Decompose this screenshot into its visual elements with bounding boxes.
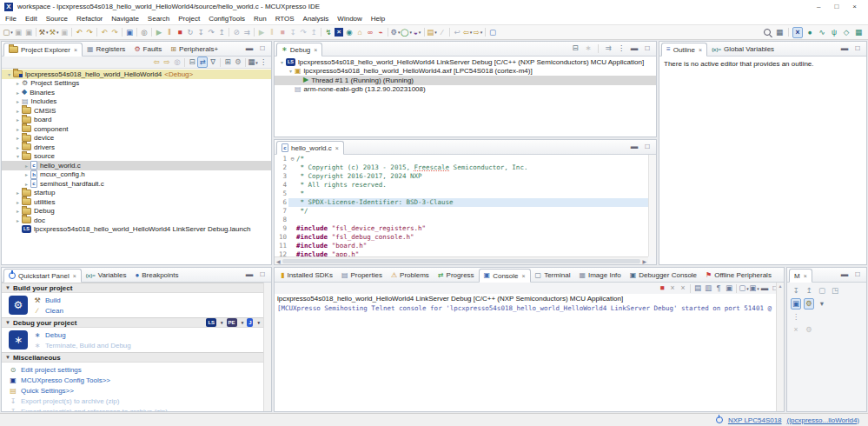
lock-icon[interactable]: ▣ [59,27,70,38]
forward-icon[interactable]: ⇨ [162,57,172,68]
tab-breakpoints[interactable]: ●Breakpoints [130,269,182,282]
restart-icon[interactable]: ↻ [185,27,195,38]
tree-item-binaries[interactable]: ▸◆Binaries [2,88,271,97]
refresh-icon[interactable]: ◎ [172,57,182,68]
build-icon[interactable]: ⚒▾ [38,27,49,38]
tab-global-variables[interactable]: (x)=Global Variables [707,43,779,56]
expand-arrow-icon[interactable]: ▸ [14,135,22,141]
close-icon[interactable]: × [804,273,807,279]
tree-item-device[interactable]: ▸device [2,134,271,143]
tab-m[interactable]: M× [789,269,812,283]
expand-arrow-icon[interactable]: ▸ [14,126,22,132]
section-header-miscellaneous[interactable]: ▼Miscellaneous [2,352,263,363]
tree-item-cmsis[interactable]: ▸CMSIS [2,106,271,116]
home-icon[interactable]: ⌂ [354,27,365,38]
terminate-console-icon[interactable]: ■ [657,283,667,294]
tree-item-startup[interactable]: ▸startup [2,189,271,198]
maximize-icon[interactable]: □ [852,43,863,54]
scroll-left-icon[interactable]: ◀ [276,258,281,264]
tab-progress[interactable]: ⇄Progress [434,269,479,282]
resume-icon[interactable]: ▶ [154,27,164,38]
menu-file[interactable]: File [5,15,17,23]
step-into-icon[interactable]: ↧ [195,27,206,38]
maximize-button[interactable]: □ [834,3,838,10]
minimize-button[interactable]: – [817,3,820,10]
view-menu-icon[interactable]: ▦▾ [248,57,258,68]
display-selected-console-icon[interactable]: ▢▾ [739,283,749,294]
close-icon[interactable]: × [314,47,317,53]
minimize-icon[interactable]: ▬ [244,269,255,280]
perspective-power-icon[interactable]: ψ [829,27,839,38]
minimize-icon[interactable]: ▬ [629,43,639,54]
config-tools-icon[interactable]: × [334,27,344,38]
debug-item-lpcxpresso54s018-hello-world-helloworld4-axf-lpc54s018-cortex-m4[interactable]: ▾▣lpcxpresso54s018_hello_world_HelloWorl… [275,67,656,77]
filters-icon[interactable]: ∇ [208,57,218,68]
quick-settings-link[interactable]: ▤Quick Settings>> [9,386,168,396]
collapse-arrow-icon[interactable]: ▼ [5,285,10,290]
tab-installed-sdks[interactable]: ▮Installed SDKs [276,269,337,282]
suspend-icon[interactable]: ‖ [164,27,175,38]
tab-terminal[interactable]: ▢Terminal [531,269,575,282]
link-with-editor-icon[interactable]: ⇄ [197,57,208,68]
expand-arrow-icon[interactable]: ▸ [23,181,30,187]
minimize-icon[interactable]: ▬ [244,43,255,54]
expand-arrow-icon[interactable]: ▸ [14,98,22,104]
debug-item-thread-1-1-running-running[interactable]: ▶Thread #1 1 (Running) (Running) [275,76,656,85]
tree-item-component[interactable]: ▸component [2,124,271,134]
tab-debugger-console[interactable]: ▣Debugger Console [626,269,701,282]
tree-item-doc[interactable]: ▸doc [2,216,271,225]
expand-arrow-icon[interactable]: ▸ [14,190,22,196]
clean-link[interactable]: ∕Clean [33,306,63,316]
tab-peripherals[interactable]: ⊞Peripherals+ [166,43,222,56]
open-element-icon[interactable]: ▤▾ [427,27,437,38]
menu-refactor[interactable]: Refactor [76,15,103,23]
close-icon[interactable]: × [699,47,702,53]
collapse-all-icon[interactable]: ⊟ [187,57,197,68]
perspective-installed-sdks-icon[interactable]: ● [805,27,815,38]
dropdown-caret-icon[interactable]: ▾ [242,320,244,325]
expand-arrow-icon[interactable]: ▸ [14,208,22,214]
remove-launch-icon[interactable]: × [667,283,678,294]
menu-project[interactable]: Project [178,15,200,23]
redo-icon[interactable]: ↷ [84,27,95,38]
fold-marker-icon[interactable]: ⊖ [288,155,296,163]
show-full-paths-icon[interactable]: ⇉ [603,43,613,54]
overview-ruler[interactable] [648,155,656,256]
tab-faults[interactable]: ⚙Faults [129,43,166,56]
more-icon[interactable]: ⋮ [258,57,268,68]
tree-item-semihost-hardfault-c[interactable]: ▸csemihost_hardfault.c [2,179,271,189]
perspective-secure-icon[interactable]: ◇ [841,27,851,38]
maximize-icon[interactable]: □ [257,43,268,54]
link-views-icon[interactable]: ◳ [830,285,840,296]
scroll-right-icon[interactable]: ▶ [642,258,646,264]
last-edit-location-icon[interactable]: ↩ [452,27,462,38]
split-icon[interactable]: ⋮ [791,311,801,323]
run-config-icon[interactable]: ◯▾ [401,27,412,38]
globe-icon[interactable]: ◉ [344,27,354,38]
probe-j-button[interactable]: J [247,318,253,327]
debug-item-arm-none-eabi-gdb-13-2-90-20231008[interactable]: ▤arm-none-eabi-gdb (13.2.90.20231008) [275,85,656,95]
new-wizard-icon[interactable]: ▢▾ [3,27,13,38]
suspend-2-icon[interactable]: ‖ [267,27,277,38]
new-memory-view-icon[interactable]: ↧ [791,285,801,296]
minimize-icon[interactable]: ▬ [759,283,770,294]
quickstart-scrollbar[interactable] [263,283,271,411]
close-button[interactable]: × [852,3,857,10]
refresh-icon[interactable]: × [791,324,801,336]
back-icon[interactable]: ⇦ [151,57,162,68]
tab-properties[interactable]: ▤Properties [337,269,387,282]
settings-icon[interactable]: ⚙ [804,298,814,310]
remove-all-launches-icon[interactable]: × [678,283,688,294]
step-into-2-icon[interactable]: ↧ [288,27,298,38]
tab-variables[interactable]: (x)=Variables [82,269,131,282]
tab-quickstart-panel[interactable]: Quickstart Panel× [3,269,82,283]
pin-console-icon[interactable]: ▣ [724,283,734,294]
project-explorer-tree[interactable]: ▾lpcxpresso54s018_hello_world_HelloWorld… [2,69,271,264]
working-sets-icon[interactable]: ⚙ [233,57,243,68]
debug-link[interactable]: ∗Debug [33,330,131,340]
terminate-icon[interactable]: ■ [175,27,185,38]
view-menu-icon[interactable]: ⋮ [616,43,626,54]
build-link[interactable]: ⚒Build [33,296,63,305]
step-over-icon[interactable]: ↷ [206,27,216,38]
clear-console-icon[interactable]: ▤ [692,283,703,294]
